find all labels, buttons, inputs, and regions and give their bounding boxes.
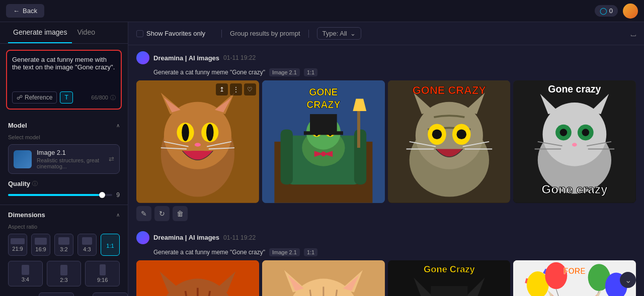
- cat-illustration-4: Gone crazy Gone crazy: [513, 80, 636, 203]
- save-button[interactable]: ⎵: [631, 29, 636, 38]
- more-btn-1[interactable]: ⋮: [230, 83, 242, 95]
- credit-badge: ◯ 0: [595, 5, 618, 17]
- aspect-btn-2-3[interactable]: 2:3: [47, 261, 82, 286]
- width-input[interactable]: [39, 292, 74, 296]
- gen-group-2-header: Dreamina | AI images 01-11 19:22: [136, 231, 636, 244]
- sidebar: Generate images Video Generate a cat fun…: [0, 22, 128, 296]
- credit-icon: ◯: [600, 7, 607, 15]
- tab-generate[interactable]: Generate images: [8, 22, 72, 43]
- model-settings-icon[interactable]: ⇄: [109, 155, 114, 163]
- image-grid-2: Gone Crazy: [136, 260, 636, 296]
- svg-text:GONE CRAZY: GONE CRAZY: [412, 84, 486, 96]
- gen-ratio-badge-2: 1:1: [304, 248, 317, 256]
- aspect-btn-3-2[interactable]: 3:2: [54, 234, 73, 256]
- favorite-btn-1[interactable]: ♡: [244, 83, 256, 95]
- filter-divider2: [308, 30, 309, 38]
- image-card-3[interactable]: GONE CRAZY: [388, 80, 511, 203]
- prompt-textarea[interactable]: Generate a cat funny meme with the text …: [12, 56, 116, 86]
- size-row: Size ⓘ W 🔗 H: [8, 292, 120, 296]
- group-results-button[interactable]: Group results by prompt: [230, 28, 300, 39]
- slider-thumb: [99, 192, 105, 198]
- download-btn-1[interactable]: ↥: [216, 83, 228, 95]
- cat-illustration-1: [136, 80, 259, 203]
- aspect-shape-9-16: [100, 264, 106, 275]
- svg-text:Gone Crazy: Gone Crazy: [424, 264, 475, 274]
- cat-illustration-7: Gone Crazy: [388, 260, 511, 296]
- quality-slider[interactable]: [8, 194, 112, 196]
- model-selector[interactable]: Image 2.1 Realistic structures, great ci…: [8, 144, 120, 174]
- svg-point-45: [456, 130, 466, 140]
- gen-group-1-header: Dreamina | AI images 01-11 19:22: [136, 51, 636, 64]
- info-icon: ⓘ: [110, 94, 116, 102]
- gen-time-2: 01-11 19:22: [223, 234, 256, 241]
- scroll-down-button[interactable]: ⌄: [620, 272, 636, 288]
- aspect-btn-4-3[interactable]: 4:3: [77, 234, 97, 256]
- aspect-grid-row2: 3:4 2:3 9:16: [8, 261, 120, 286]
- type-selector[interactable]: Type: All ⌄: [317, 27, 361, 40]
- svg-rect-34: [304, 131, 343, 135]
- size-input-group: W 🔗 H: [31, 292, 127, 296]
- prompt-btn-group: ☍ Reference T: [12, 91, 73, 104]
- image-card-8[interactable]: FORE GONE CRAZY: [513, 260, 636, 296]
- gen-prompt-text-1: Generate a cat funny meme "Gone crazy": [153, 69, 265, 76]
- aspect-btn-3-4[interactable]: 3:4: [8, 261, 43, 286]
- filter-bar: Show Favorites only Group results by pro…: [128, 22, 644, 45]
- image-card-6[interactable]: [262, 260, 385, 296]
- back-label: Back: [23, 7, 37, 15]
- favorites-checkbox[interactable]: [136, 30, 143, 37]
- model-section-title: Model: [8, 122, 27, 129]
- favorites-filter: Show Favorites only: [136, 30, 205, 37]
- svg-rect-12: [192, 151, 204, 157]
- quality-container: Quality ⓘ 9: [8, 180, 120, 199]
- reference-button[interactable]: ☍ Reference: [12, 91, 57, 104]
- save-icon: ⎵: [631, 29, 636, 38]
- cat-illustration-8: FORE GONE CRAZY: [513, 260, 636, 296]
- filter-divider: [221, 30, 222, 38]
- credit-count: 0: [609, 7, 613, 15]
- gen-avatar-2: [136, 231, 149, 244]
- image-card-1[interactable]: ↥ ⋮ ♡: [136, 80, 259, 203]
- model-info: Image 2.1 Realistic structures, great ci…: [37, 149, 104, 169]
- avatar[interactable]: [623, 4, 638, 19]
- height-input[interactable]: [93, 292, 128, 296]
- model-section: Model ∧ Select model Image 2.1 Realistic…: [0, 116, 128, 205]
- text-icon: T: [64, 94, 68, 101]
- svg-text:FORE: FORE: [564, 267, 586, 275]
- image-card-4[interactable]: Gone crazy Gone crazy: [513, 80, 636, 203]
- tab-video[interactable]: Video: [72, 22, 100, 43]
- quality-row: 9: [8, 191, 120, 199]
- back-button[interactable]: ← Back: [6, 4, 44, 18]
- aspect-btn-9-16[interactable]: 9:16: [85, 261, 120, 286]
- slider-fill: [8, 194, 102, 196]
- svg-text:Gone crazy: Gone crazy: [548, 83, 601, 94]
- refresh-group-btn-1[interactable]: ↻: [154, 206, 170, 221]
- svg-point-130: [545, 262, 568, 289]
- edit-group-btn-1[interactable]: ✎: [136, 206, 151, 221]
- cat-illustration-6: [262, 260, 385, 296]
- aspect-btn-21-9[interactable]: 21:9: [8, 234, 27, 256]
- image-card-7[interactable]: Gone Crazy: [388, 260, 511, 296]
- svg-rect-20: [280, 130, 292, 185]
- text-style-button[interactable]: T: [60, 91, 72, 104]
- svg-text:GONE: GONE: [309, 86, 338, 97]
- svg-point-59: [582, 129, 590, 136]
- model-name: Image 2.1: [37, 149, 104, 156]
- scroll-down-icon: ⌄: [625, 275, 631, 285]
- main-layout: Generate images Video Generate a cat fun…: [0, 22, 644, 296]
- delete-group-btn-1[interactable]: 🗑: [173, 206, 188, 221]
- image-card-2[interactable]: GONE CRAZY: [262, 80, 385, 203]
- gen-ratio-badge-1: 1:1: [304, 68, 317, 76]
- reference-icon: ☍: [17, 94, 23, 101]
- cat-illustration-5: [136, 260, 259, 296]
- svg-point-9: [182, 124, 189, 141]
- model-section-header: Model ∧: [8, 122, 120, 129]
- aspect-btn-16-9[interactable]: 16:9: [31, 234, 50, 256]
- quality-info-icon: ⓘ: [32, 180, 38, 187]
- quality-value: 9: [116, 191, 120, 199]
- quality-label-row: Quality ⓘ: [8, 180, 120, 187]
- svg-point-60: [572, 143, 577, 146]
- aspect-btn-1-1[interactable]: 1:1: [101, 234, 120, 256]
- image-card-5[interactable]: [136, 260, 259, 296]
- gen-user-2: Dreamina | AI images: [153, 234, 219, 241]
- char-count: 66/800 ⓘ: [91, 94, 116, 102]
